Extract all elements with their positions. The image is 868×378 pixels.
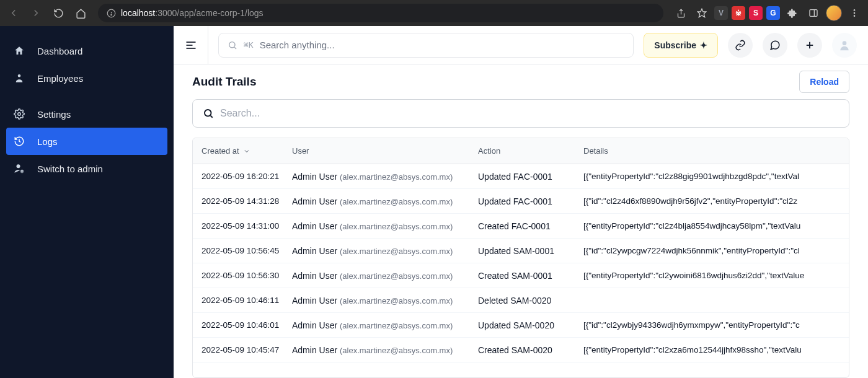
table-row[interactable]: 2022-05-09 10:45:47Admin User (alex.mart… — [193, 338, 849, 363]
chat-button[interactable] — [763, 33, 787, 58]
subscribe-label: Subscribe — [654, 40, 696, 50]
extension-red-icon[interactable]: ※ — [732, 6, 745, 20]
table-row[interactable]: 2022-05-09 10:46:11Admin User (alex.mart… — [193, 288, 849, 313]
cell-action: Updated SAM-0020 — [478, 320, 583, 330]
add-button[interactable] — [797, 33, 822, 58]
svg-point-11 — [18, 113, 21, 116]
url-text: localhost:3000/app/acme-corp-1/logs — [121, 8, 264, 18]
svg-point-22 — [205, 110, 211, 116]
profile-avatar[interactable] — [826, 5, 842, 21]
chevron-down-icon — [243, 147, 250, 155]
share-icon[interactable] — [672, 4, 689, 22]
browser-reload-icon[interactable] — [50, 4, 67, 22]
keyboard-shortcut: ⌘K — [244, 40, 254, 50]
extension-s-icon[interactable]: S — [749, 6, 763, 20]
topbar: ⌘K Search anything... Subscribe ✦ — [174, 26, 868, 64]
cell-created-at: 2022-05-09 10:56:30 — [193, 271, 292, 280]
table-row[interactable]: 2022-05-09 10:46:01Admin User (alex.mart… — [193, 313, 849, 338]
link-button[interactable] — [728, 33, 753, 58]
table-row[interactable]: 2022-05-09 10:56:30Admin User (alex.mart… — [193, 263, 849, 288]
table-search[interactable] — [192, 99, 849, 128]
sidebar-item-label: Settings — [37, 109, 71, 120]
browser-chrome: localhost:3000/app/acme-corp-1/logs V ※ … — [0, 0, 868, 26]
svg-point-8 — [854, 12, 856, 14]
sidebar-item-label: Employees — [37, 73, 83, 84]
svg-point-10 — [18, 74, 21, 77]
cell-action: Created SAM-0001 — [478, 271, 583, 281]
extension-vue-icon[interactable]: V — [714, 6, 728, 20]
column-action[interactable]: Action — [478, 146, 583, 156]
insecure-icon — [107, 9, 116, 18]
bookmark-star-icon[interactable] — [693, 4, 711, 22]
table-header: Created at User Action Details — [193, 138, 849, 164]
cell-created-at: 2022-05-09 16:20:21 — [193, 172, 292, 181]
cell-user: Admin User (alex.martinez@absys.com.mx) — [292, 196, 478, 206]
table-row[interactable]: 2022-05-09 14:31:28Admin User (alex.mart… — [193, 189, 849, 214]
hamburger-icon[interactable] — [185, 39, 197, 51]
sidebar-item-logs[interactable]: Logs — [6, 128, 167, 155]
sidebar-item-settings[interactable]: Settings — [0, 100, 174, 128]
browser-forward-icon[interactable] — [27, 4, 45, 22]
sidebar-item-dashboard[interactable]: Dashboard — [0, 37, 174, 64]
sidebar-item-label: Dashboard — [37, 46, 82, 56]
sidebar-item-label: Switch to admin — [37, 164, 103, 174]
sparkle-icon: ✦ — [700, 40, 707, 50]
sidebar-item-switch-admin[interactable]: Switch to admin — [0, 155, 174, 182]
browser-home-icon[interactable] — [72, 4, 89, 22]
search-placeholder: Search anything... — [260, 40, 335, 50]
svg-point-7 — [854, 9, 856, 11]
cell-user: Admin User (alex.martinez@absys.com.mx) — [292, 246, 478, 256]
cell-details: [{"id":"cl2z4d6xf8890wdjh9r56jfv2","enti… — [583, 196, 849, 206]
sidebar: Dashboard Employees Settings Logs Switch… — [0, 26, 174, 378]
table-row[interactable]: 2022-05-09 10:56:45Admin User (alex.mart… — [193, 239, 849, 263]
extension-translate-icon[interactable]: G — [766, 6, 780, 20]
search-icon — [228, 40, 237, 50]
cell-details: [{"entityPropertyId":"cl2xza6mo12544jjhf… — [583, 345, 849, 354]
table-row[interactable]: 2022-05-09 14:31:00Admin User (alex.mart… — [193, 214, 849, 239]
svg-point-17 — [229, 42, 235, 47]
svg-line-18 — [234, 47, 236, 49]
audit-table: Created at User Action Details 2022-05-0… — [192, 138, 849, 378]
chrome-menu-icon[interactable] — [846, 4, 863, 22]
column-user[interactable]: User — [292, 146, 478, 156]
table-search-input[interactable] — [220, 108, 839, 119]
cell-action: Deleted SAM-0020 — [478, 296, 583, 305]
admin-icon — [14, 163, 27, 174]
table-body: 2022-05-09 16:20:21Admin User (alex.mart… — [193, 164, 849, 377]
cell-created-at: 2022-05-09 10:46:11 — [193, 296, 292, 305]
cell-user: Admin User (alex.martinez@absys.com.mx) — [292, 345, 478, 355]
sidebar-item-label: Logs — [37, 136, 58, 147]
user-avatar-button[interactable] — [832, 33, 857, 58]
cell-action: Updated FAC-0001 — [478, 172, 583, 182]
cell-details: [{"entityPropertyId":"cl2z4blja8554wdjhc… — [583, 221, 849, 231]
panel-icon[interactable] — [805, 4, 822, 22]
page-title: Audit Trails — [192, 75, 256, 89]
address-bar[interactable]: localhost:3000/app/acme-corp-1/logs — [98, 4, 663, 22]
column-created-at[interactable]: Created at — [193, 146, 292, 156]
subscribe-button[interactable]: Subscribe ✦ — [644, 33, 718, 58]
svg-line-23 — [210, 115, 212, 117]
cell-details: [{"entityPropertyId":"cl2ywoini6816wdjhu… — [583, 271, 849, 280]
column-details[interactable]: Details — [583, 146, 849, 156]
cell-action: Updated FAC-0001 — [478, 196, 583, 206]
cell-created-at: 2022-05-09 10:45:47 — [193, 345, 292, 354]
extensions-puzzle-icon[interactable] — [784, 4, 801, 22]
search-icon — [203, 108, 214, 119]
reload-button[interactable]: Reload — [799, 71, 849, 93]
table-row[interactable]: 2022-05-09 16:20:21Admin User (alex.mart… — [193, 164, 849, 189]
cell-user: Admin User (alex.martinez@absys.com.mx) — [292, 296, 478, 305]
svg-marker-4 — [698, 9, 706, 17]
svg-point-13 — [21, 170, 23, 172]
svg-rect-5 — [810, 10, 817, 17]
home-icon — [14, 45, 27, 56]
svg-point-9 — [854, 15, 856, 17]
cell-details: [{"id":"cl2ywpcgw7224wdjhk56nnmik","enti… — [583, 246, 849, 255]
browser-back-icon[interactable] — [5, 4, 22, 22]
cell-action: Created SAM-0020 — [478, 345, 583, 355]
global-search[interactable]: ⌘K Search anything... — [218, 33, 634, 58]
sidebar-item-employees[interactable]: Employees — [0, 64, 174, 92]
cell-created-at: 2022-05-09 14:31:28 — [193, 196, 292, 206]
svg-point-2 — [111, 14, 112, 15]
cell-created-at: 2022-05-09 14:31:00 — [193, 221, 292, 231]
cell-user: Admin User (alex.martinez@absys.com.mx) — [292, 320, 478, 330]
